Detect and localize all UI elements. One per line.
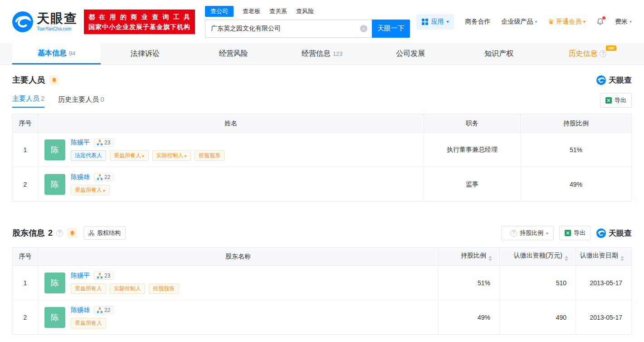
- notification-bell-icon[interactable]: [596, 18, 604, 25]
- row-no: 2: [13, 167, 38, 202]
- tag-controlling-shareholder[interactable]: 控股股东: [149, 283, 179, 294]
- tag-beneficial-owner[interactable]: 受益所有人: [71, 185, 110, 195]
- amount-cell: 510: [500, 266, 576, 300]
- search-box: × 天眼一下: [205, 20, 410, 38]
- search-tab-relation[interactable]: 查关系: [269, 6, 287, 17]
- org-chart-icon: [88, 230, 94, 236]
- search-tab-boss[interactable]: 查老板: [243, 6, 260, 17]
- avatar: 陈: [44, 139, 65, 160]
- shareholder-section: 股东信息 2 ? 股权结构 ?: [0, 225, 644, 335]
- relation-count-badge[interactable]: 22: [94, 173, 113, 181]
- cooperation-link[interactable]: 商务合作: [465, 18, 490, 26]
- user-menu[interactable]: 费米 ▾: [615, 18, 632, 26]
- staff-section-title: 主要人员: [12, 74, 45, 85]
- sort-icon[interactable]: [565, 256, 568, 261]
- site-header: 天眼查 TianYanCha.com 都在用的商业查询工具 国家中小企业发展子基…: [0, 0, 644, 43]
- col-header-label: 认缴出资额(万元): [514, 252, 562, 259]
- search-tab-risk[interactable]: 查风险: [296, 6, 314, 17]
- relation-count-badge[interactable]: 22: [94, 306, 113, 314]
- tianyancha-watermark: 天眼查: [596, 75, 632, 85]
- vip-label: 开通会员: [556, 18, 581, 26]
- watermark-text: 天眼查: [609, 228, 632, 238]
- col-header-ratio[interactable]: 持股比例: [439, 248, 500, 266]
- sort-icon[interactable]: [620, 256, 624, 261]
- search-tab-company[interactable]: 查公司: [205, 6, 234, 17]
- tianyancha-logo[interactable]: 天眼查 TianYanCha.com: [12, 11, 78, 32]
- tab-count: 123: [333, 50, 343, 57]
- tab-label: 知识产权: [484, 49, 513, 59]
- relation-count: 22: [104, 174, 110, 180]
- help-icon[interactable]: ?: [56, 230, 63, 237]
- col-header-position: 职务: [424, 114, 521, 133]
- clear-icon[interactable]: ×: [360, 25, 367, 32]
- enterprise-menu[interactable]: 企业级产品 ▾: [501, 18, 537, 26]
- grid-icon: [422, 19, 428, 25]
- tag-actual-controller[interactable]: 实际控制人: [152, 150, 191, 161]
- person-name-link[interactable]: 陈赐雄: [71, 306, 90, 314]
- tag-controlling-shareholder[interactable]: 控股股东: [195, 150, 224, 161]
- tab-operation-risk[interactable]: 经营风险: [189, 43, 278, 64]
- table-row: 2 陈 陈赐雄: [13, 167, 632, 202]
- search-tabs: 查公司 查老板 查关系 查风险: [205, 6, 410, 17]
- equity-structure-button[interactable]: 股权结构: [83, 226, 126, 240]
- search-input[interactable]: [205, 20, 372, 38]
- tag-legal-rep[interactable]: 法定代表人: [71, 150, 106, 161]
- tab-label: 公司发展: [396, 49, 425, 59]
- tab-legal-litigation[interactable]: 法律诉讼: [101, 43, 189, 64]
- sub-tab-count: 0: [100, 95, 104, 104]
- tab-label: 经营风险: [219, 49, 248, 59]
- relation-count-badge[interactable]: 23: [94, 139, 113, 147]
- apps-label: 应用: [431, 18, 444, 26]
- tab-history-info[interactable]: 历史信息 ? VIP: [543, 43, 632, 64]
- sort-icon[interactable]: [488, 256, 492, 261]
- tab-company-development[interactable]: 公司发展: [366, 43, 455, 64]
- col-header-date[interactable]: 认缴出资日期: [576, 248, 632, 266]
- export-button[interactable]: 导出: [559, 226, 591, 240]
- tag-beneficial-owner[interactable]: 受益所有人: [71, 318, 106, 328]
- table-row: 1 陈 陈赐平: [13, 133, 632, 167]
- date-cell: 2013-05-17: [576, 266, 632, 300]
- staff-sub-tabs: 主要人员 2 历史主要人员 0 导出: [12, 92, 632, 108]
- tab-history-staff[interactable]: 历史主要人员 0: [58, 95, 104, 108]
- search-button[interactable]: 天眼一下: [372, 20, 410, 38]
- tab-operation-info[interactable]: 经营信息 123: [278, 43, 366, 64]
- col-header-label: 认缴出资日期: [580, 252, 618, 259]
- export-button[interactable]: 导出: [600, 93, 632, 108]
- ratio-cell: 49%: [439, 300, 500, 335]
- relation-count-badge[interactable]: 23: [94, 272, 113, 280]
- follow-bell-icon[interactable]: [67, 228, 77, 238]
- tianyancha-logo-icon: [596, 228, 606, 238]
- org-chart-icon: [97, 140, 102, 145]
- person-name-link[interactable]: 陈赐雄: [71, 173, 90, 181]
- shareholder-count: 2: [48, 228, 53, 238]
- sub-tab-label: 主要人员: [12, 94, 39, 103]
- org-chart-icon: [97, 273, 102, 278]
- col-header-amount[interactable]: 认缴出资额(万元): [500, 248, 576, 266]
- page: 天眼查 TianYanCha.com 都在用的商业查询工具 国家中小企业发展子基…: [0, 0, 644, 342]
- shareholder-table: 序号 股东名称 持股比例 认缴出资额(万元) 认缴出资日期 1 陈: [12, 247, 632, 335]
- person-name-link[interactable]: 陈赐平: [71, 272, 90, 280]
- tab-basic-info[interactable]: 基本信息 94: [12, 43, 101, 64]
- ratio-filter-button[interactable]: ? 持股比例 ▾: [501, 226, 554, 240]
- help-icon[interactable]: ?: [600, 50, 606, 57]
- apps-menu[interactable]: 应用 ▾: [416, 14, 454, 30]
- tab-intellectual-property[interactable]: 知识产权: [455, 43, 543, 64]
- search-block: 查公司 查老板 查关系 查风险 × 天眼一下: [205, 6, 410, 38]
- crown-icon: ♛: [548, 18, 554, 26]
- org-chart-icon: [97, 174, 102, 180]
- company-nav-tabs: 基本信息 94 法律诉讼 经营风险 经营信息 123 公司发展 知识产权 历史信…: [0, 43, 644, 65]
- tag-actual-controller[interactable]: 实际控制人: [110, 283, 145, 294]
- tianyancha-watermark: 天眼查: [596, 228, 632, 238]
- ratio-cell: 51%: [439, 266, 500, 300]
- tag-beneficial-owner[interactable]: 受益所有人: [71, 283, 106, 294]
- tab-label: 经营信息: [302, 49, 331, 59]
- follow-bell-icon[interactable]: [49, 75, 59, 85]
- tab-current-staff[interactable]: 主要人员 2: [12, 94, 44, 108]
- vip-link[interactable]: ♛ 开通会员 ▾: [548, 18, 585, 26]
- tab-label: 历史信息: [568, 49, 597, 59]
- relation-count: 22: [104, 307, 110, 313]
- tag-beneficial-owner[interactable]: 受益所有人: [110, 150, 149, 161]
- org-chart-icon: [97, 307, 102, 313]
- table-header-row: 序号 姓名 职务 持股比例: [13, 114, 632, 133]
- person-name-link[interactable]: 陈赐平: [71, 139, 90, 147]
